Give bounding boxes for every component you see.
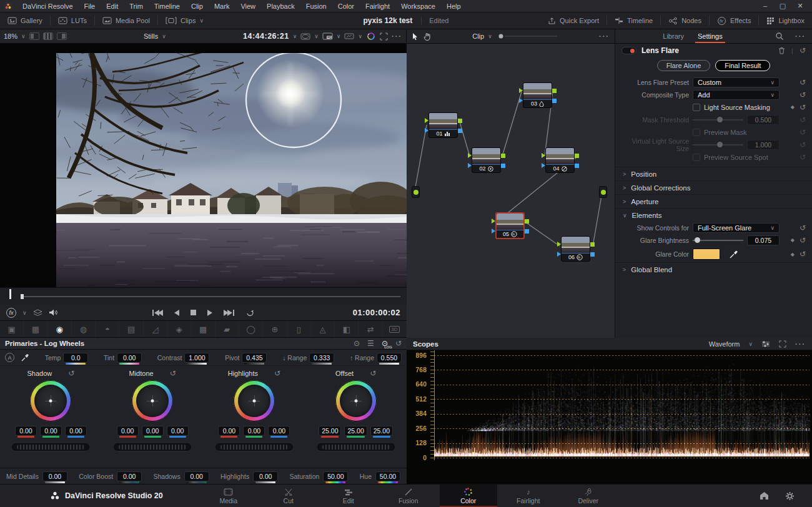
mask-threshold-slider[interactable] [693,116,743,124]
tracker-tool[interactable]: ⊕ [263,321,287,337]
highlights-r-value[interactable]: 0.00 [218,426,240,436]
menu-color[interactable]: Color [333,1,359,11]
minimize-button[interactable]: – [758,2,772,10]
viewer-options-menu[interactable]: ··· [392,32,402,40]
audio-mute-icon[interactable] [49,308,58,317]
page-deliver[interactable]: Deliver [560,485,617,507]
resolve-fx-overlay-icon[interactable] [366,31,376,41]
project-manager-icon[interactable] [760,491,769,501]
scope-settings-icon[interactable] [761,340,770,348]
menu-fairlight[interactable]: Fairlight [360,1,395,11]
page-fusion[interactable]: Fusion [380,485,437,507]
offset-b-value[interactable]: 25.00 [370,426,393,436]
lens-flare-preset-dropdown[interactable]: Custom∨ [693,77,780,87]
reset-icon[interactable]: ↺ [170,369,176,378]
page-color[interactable]: Color [440,485,497,507]
light-source-masking-checkbox[interactable] [693,104,700,111]
media-pool-button[interactable]: Media Pool [95,12,157,29]
highlights-g-value[interactable]: 0.00 [243,426,265,436]
close-button[interactable]: ✕ [793,2,807,10]
offset-r-value[interactable]: 25.00 [319,426,341,436]
go-to-start-button[interactable] [152,310,163,316]
pointer-tool-icon[interactable] [412,32,418,41]
node-graph[interactable]: 01 02 03 04 [407,44,615,338]
reset-icon[interactable]: ↺ [800,250,806,258]
log-wheels-mode-icon[interactable]: ⊙LOG [382,339,388,348]
glare-brightness-value[interactable]: 0.075 [747,235,780,245]
highlights-master-slider[interactable] [215,443,293,451]
reset-icon[interactable]: ↺ [800,224,806,232]
midtone-master-slider[interactable] [114,443,191,451]
midtone-r-value[interactable]: 0.00 [117,426,139,436]
node-04[interactable]: 04 [545,147,575,173]
resolve-fx-toggle-icon[interactable]: fx [6,308,16,318]
key-tool[interactable]: ◧ [335,321,359,337]
keyframe-icon[interactable]: ◆ [791,237,795,243]
color-warper-tool[interactable]: ▩ [191,321,215,337]
rgb-mixer-tool[interactable]: ◓ [96,321,119,337]
section-aperture[interactable]: >Aperture [615,194,812,208]
node-06[interactable]: 06fx [561,236,590,262]
section-elements[interactable]: ∨Elements [615,208,812,222]
flare-alone-button[interactable]: Flare Alone [657,60,711,71]
curves-tool[interactable]: ◿ [144,321,167,337]
monitor-hq-icon[interactable]: HQ [322,32,333,40]
menu-view[interactable]: View [235,1,260,11]
sizing-tool[interactable]: ▦ [24,321,47,337]
midtone-b-value[interactable]: 0.00 [167,426,189,436]
tab-settings[interactable]: Settings [698,29,723,43]
reset-icon[interactable]: ↺ [370,369,376,378]
page-cut[interactable]: Cut [260,485,317,507]
reset-icon[interactable]: ↺ [800,78,806,87]
resolve-fx-tool[interactable]: ⇄ [359,321,382,337]
unmix-icon[interactable] [33,309,42,317]
viewer-zoom-select[interactable]: 18% [4,32,17,40]
preview-source-spot-checkbox[interactable] [693,154,700,161]
shadow-g-value[interactable]: 0.00 [40,426,62,436]
stereo-3d-tool[interactable]: 3D [383,321,407,337]
shadows-value[interactable]: 0.00 [184,471,209,481]
auto-balance-icon[interactable]: A [5,353,14,362]
menu-timeline[interactable]: Timeline [149,1,185,11]
eyedropper-tool[interactable]: ▰ [215,321,239,337]
camera-raw-tool[interactable]: ▣ [0,321,24,337]
virtual-light-source-size-value[interactable]: 1.000 [747,140,780,150]
section-global-corrections[interactable]: >Global Corrections [615,180,812,194]
viewer[interactable] [0,44,407,287]
trash-icon[interactable] [778,47,785,54]
shadow-color-wheel[interactable] [30,380,71,421]
hue-value[interactable]: 50.00 [375,471,400,481]
luts-button[interactable]: LUTs [51,12,94,29]
magic-mask-tool[interactable]: ▯ [287,321,311,337]
lens-flare-reset-icon[interactable]: ↺ [800,46,806,55]
section-position[interactable]: >Position [615,167,812,180]
keyframe-icon[interactable]: ◆ [791,104,795,110]
timeline-button[interactable]: Timeline [607,12,660,29]
reset-icon[interactable]: ↺ [800,103,806,112]
mask-threshold-value[interactable]: 0.500 [747,115,780,125]
page-media[interactable]: Media [200,485,257,507]
project-settings-gear-icon[interactable] [785,491,795,501]
node-05-selected[interactable]: 05fx [495,212,525,239]
glare-color-swatch[interactable] [693,249,720,260]
node-view-select[interactable]: Clip [472,32,484,40]
lightbox-button[interactable]: Lightbox [759,12,812,29]
temp-value[interactable]: 0.0 [63,353,88,363]
hdr-wheels-tool[interactable]: ◍ [72,321,96,337]
nodes-button[interactable]: Nodes [661,12,709,29]
expand-scope-icon[interactable] [779,340,786,348]
menu-playback[interactable]: Playback [262,1,300,11]
white-balance-picker-icon[interactable] [21,353,29,362]
composite-type-dropdown[interactable]: Add∨ [693,90,780,100]
page-edit[interactable]: Edit [320,485,377,507]
mid-details-value[interactable]: 0.00 [42,471,67,481]
midtone-color-wheel[interactable] [132,380,173,421]
tab-library[interactable]: Library [663,29,684,43]
reset-icon[interactable]: ↺ [274,369,280,378]
primaries-bars-mode-icon[interactable]: ☰ [367,339,374,348]
range-down-value[interactable]: 0.333 [309,353,334,363]
highlights-value[interactable]: 0.00 [253,471,278,481]
menu-clip[interactable]: Clip [186,1,208,11]
menu-mark[interactable]: Mark [209,1,234,11]
color-picker-icon[interactable] [729,250,738,259]
